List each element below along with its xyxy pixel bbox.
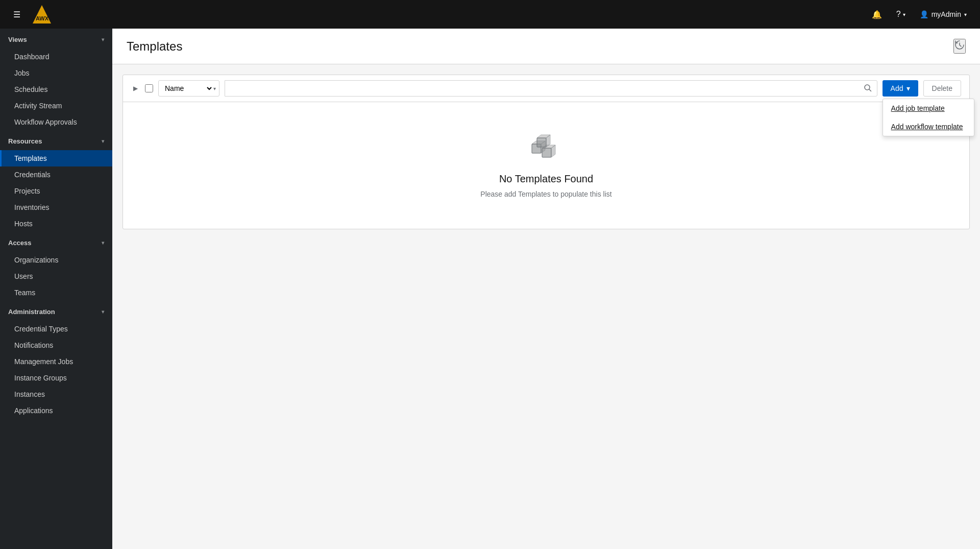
empty-subtitle: Please add Templates to populate this li…	[480, 190, 611, 198]
hamburger-icon: ☰	[13, 10, 20, 19]
search-button[interactable]	[859, 81, 877, 96]
views-section-label: Views	[8, 36, 27, 43]
topnav-right: 🔔 ? ▾ 👤 myAdmin ▾	[867, 7, 972, 22]
sidebar-item-activity-stream[interactable]: Activity Stream	[0, 98, 112, 114]
help-button[interactable]: ? ▾	[891, 7, 911, 22]
expand-button[interactable]: ▶	[131, 83, 140, 94]
topnav-left: ☰ AWX	[8, 4, 867, 25]
resources-section-label: Resources	[8, 137, 42, 145]
sidebar-section-views[interactable]: Views ▾	[0, 29, 112, 49]
sidebar: Views ▾ Dashboard Jobs Schedules Activit…	[0, 29, 112, 549]
notifications-button[interactable]: 🔔	[867, 7, 887, 22]
toolbar: ▶ Name Description Type ▾	[122, 75, 970, 229]
page-body: ▶ Name Description Type ▾	[112, 64, 980, 549]
sidebar-item-instance-groups[interactable]: Instance Groups	[0, 370, 112, 386]
hamburger-button[interactable]: ☰	[8, 7, 26, 22]
content-area: Templates ▶	[112, 29, 980, 549]
toolbar-top: ▶ Name Description Type ▾	[123, 75, 969, 102]
delete-label: Delete	[932, 84, 952, 92]
select-all-checkbox[interactable]	[145, 84, 153, 92]
sidebar-item-schedules[interactable]: Schedules	[0, 81, 112, 98]
page-header: Templates	[112, 29, 980, 64]
awx-logo[interactable]: AWX	[32, 4, 52, 25]
sidebar-item-applications[interactable]: Applications	[0, 402, 112, 419]
sidebar-item-teams[interactable]: Teams	[0, 284, 112, 301]
history-icon	[954, 40, 965, 50]
user-chevron-icon: ▾	[964, 12, 967, 17]
sidebar-item-jobs[interactable]: Jobs	[0, 65, 112, 81]
sidebar-item-organizations[interactable]: Organizations	[0, 252, 112, 268]
views-chevron-icon: ▾	[102, 37, 104, 42]
filter-dropdown[interactable]: Name Description Type	[159, 84, 213, 93]
sidebar-item-users[interactable]: Users	[0, 268, 112, 284]
empty-state: No Templates Found Please add Templates …	[123, 102, 969, 229]
add-dropdown-menu: Add job template Add workflow template	[883, 99, 974, 136]
search-input[interactable]	[225, 81, 859, 96]
search-icon	[864, 84, 872, 93]
expand-icon: ▶	[133, 85, 138, 92]
sidebar-item-dashboard[interactable]: Dashboard	[0, 49, 112, 65]
add-chevron-icon: ▾	[906, 84, 910, 92]
user-icon: 👤	[920, 10, 928, 18]
sidebar-item-templates[interactable]: Templates	[0, 150, 112, 166]
svg-rect-14	[537, 138, 546, 147]
resources-chevron-icon: ▾	[102, 138, 104, 144]
sidebar-item-credentials[interactable]: Credentials	[0, 166, 112, 183]
awx-logo-icon: AWX	[32, 4, 52, 25]
sidebar-section-resources[interactable]: Resources ▾	[0, 130, 112, 150]
filter-chevron-icon: ▾	[213, 86, 219, 91]
topnav: ☰ AWX 🔔 ? ▾ 👤 myAdmin ▾	[0, 0, 980, 29]
add-label: Add	[891, 84, 903, 92]
main-layout: Views ▾ Dashboard Jobs Schedules Activit…	[0, 29, 980, 549]
access-section-label: Access	[8, 239, 32, 247]
help-icon: ?	[896, 10, 901, 19]
sidebar-section-administration[interactable]: Administration ▾	[0, 301, 112, 321]
add-button[interactable]: Add ▾	[883, 80, 918, 97]
filter-select[interactable]: Name Description Type ▾	[158, 80, 219, 97]
sidebar-item-hosts[interactable]: Hosts	[0, 216, 112, 232]
add-workflow-template-item[interactable]: Add workflow template	[883, 117, 974, 136]
help-chevron-icon: ▾	[903, 12, 905, 17]
sidebar-item-workflow-approvals[interactable]: Workflow Approvals	[0, 114, 112, 130]
svg-text:AWX: AWX	[36, 15, 49, 21]
administration-chevron-icon: ▾	[102, 309, 104, 315]
svg-line-5	[869, 89, 871, 91]
sidebar-item-inventories[interactable]: Inventories	[0, 199, 112, 216]
administration-section-label: Administration	[8, 308, 55, 316]
empty-icon	[531, 133, 561, 163]
sidebar-section-access[interactable]: Access ▾	[0, 232, 112, 252]
user-menu[interactable]: 👤 myAdmin ▾	[915, 7, 972, 21]
delete-button[interactable]: Delete	[923, 80, 961, 97]
empty-title: No Templates Found	[499, 173, 593, 185]
sidebar-item-notifications[interactable]: Notifications	[0, 337, 112, 353]
search-input-wrap	[225, 80, 877, 97]
page-title: Templates	[127, 39, 182, 54]
bell-icon: 🔔	[872, 10, 882, 19]
svg-rect-10	[542, 148, 551, 157]
svg-line-3	[960, 45, 961, 46]
sidebar-item-instances[interactable]: Instances	[0, 386, 112, 402]
sidebar-item-management-jobs[interactable]: Management Jobs	[0, 353, 112, 370]
sidebar-item-credential-types[interactable]: Credential Types	[0, 321, 112, 337]
add-dropdown-container: Add ▾ Add job template Add workflow temp…	[883, 80, 918, 97]
sidebar-item-projects[interactable]: Projects	[0, 183, 112, 199]
history-button[interactable]	[953, 39, 966, 54]
username-label: myAdmin	[932, 10, 961, 18]
add-job-template-item[interactable]: Add job template	[883, 99, 974, 117]
access-chevron-icon: ▾	[102, 240, 104, 246]
